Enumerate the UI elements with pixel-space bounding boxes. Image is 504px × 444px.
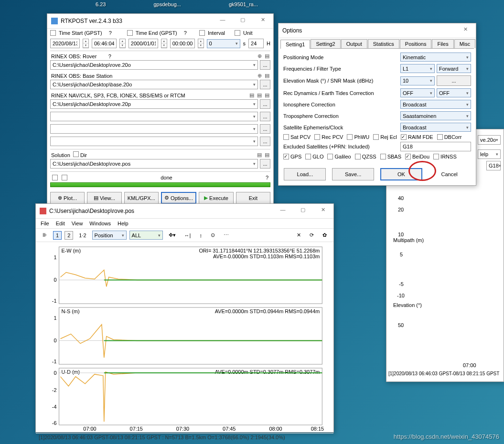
plot-area[interactable]: E-W (m) ORI= 31.171184401°N 121.39315335…	[36, 242, 333, 433]
gear-icon[interactable]: ⊕	[257, 53, 262, 59]
list-icon[interactable]: ▤	[265, 92, 269, 98]
save-button[interactable]: Save...	[332, 168, 374, 180]
move-icon[interactable]: ✥▾	[166, 231, 179, 240]
list-icon[interactable]: ▤	[257, 152, 262, 158]
gal-checkbox[interactable]	[327, 154, 333, 159]
browse-button[interactable]: ...	[260, 137, 270, 146]
elev-select[interactable]: 10▾	[400, 76, 435, 85]
browse-button[interactable]: ...	[260, 124, 270, 134]
close-icon[interactable]: ✕	[256, 17, 269, 25]
fit-v-icon[interactable]: ↕	[196, 231, 205, 240]
help[interactable]: ?	[184, 30, 187, 36]
close-icon[interactable]: ✕	[316, 207, 330, 215]
menu-help[interactable]: Help	[118, 221, 129, 226]
unit-checkbox[interactable]	[235, 30, 240, 36]
satpcv-checkbox[interactable]	[283, 134, 289, 140]
execute-button[interactable]: ▶Execute	[199, 192, 233, 204]
taskbar-item[interactable]: gpsdebug...	[153, 1, 181, 7]
bg-combo[interactable]: ve.20o▾	[478, 135, 501, 145]
rejecl-checkbox[interactable]	[373, 134, 379, 140]
spinner[interactable]: ▲▼	[119, 39, 126, 48]
kml-button[interactable]: KML/GPX...	[124, 192, 159, 204]
menu-view[interactable]: View	[72, 221, 83, 226]
positioning-mode-select[interactable]: Kinematic▾	[400, 53, 471, 62]
eph-select[interactable]: Broadcast▾	[400, 123, 471, 132]
spinner[interactable]: ▲▼	[198, 39, 204, 48]
filter-select[interactable]: Forward▾	[437, 64, 471, 73]
plot-type-select[interactable]: Position ▾	[92, 231, 127, 240]
tab-output[interactable]: Output	[341, 39, 367, 48]
bds-checkbox[interactable]	[405, 154, 411, 159]
snr-button[interactable]: ...	[437, 75, 471, 86]
interval-checkbox[interactable]	[199, 30, 205, 36]
taskbar-item[interactable]: gk9501_ra...	[229, 1, 258, 7]
qzss-checkbox[interactable]	[355, 154, 361, 159]
phwu-checkbox[interactable]	[347, 134, 353, 140]
end-time-input[interactable]	[170, 39, 195, 48]
dbcorr-checkbox[interactable]	[437, 134, 443, 140]
taskbar-item[interactable]: 6.23	[96, 1, 106, 7]
gps-checkbox[interactable]	[283, 154, 289, 159]
nav-path-combo-2[interactable]: ▾	[50, 112, 258, 121]
connect-icon[interactable]: ⊪	[40, 231, 50, 240]
tab-setting1[interactable]: Setting1	[280, 40, 310, 49]
freq-select[interactable]: L1▾	[400, 64, 435, 73]
dots-icon[interactable]: ⋯	[221, 231, 232, 240]
glo-checkbox[interactable]	[305, 154, 311, 159]
list-icon[interactable]: ▤	[265, 73, 269, 79]
menu-windows[interactable]: Windows	[89, 221, 111, 226]
rec-select[interactable]: OFF▾	[400, 88, 435, 97]
tab-setting2[interactable]: Setting2	[311, 39, 340, 48]
minimize-icon[interactable]: —	[216, 17, 229, 25]
ok-button[interactable]: OK	[380, 168, 422, 180]
tropo-select[interactable]: Saastamoinen▾	[400, 111, 471, 120]
nav-path-combo[interactable]: C:\Users\jichao\Desktop\rove.20p▾	[50, 99, 258, 109]
menu-edit[interactable]: Edit	[56, 221, 65, 226]
tides-select[interactable]: OFF▾	[437, 88, 471, 97]
gear-icon[interactable]: ⊕	[257, 73, 262, 79]
raim-checkbox[interactable]	[401, 134, 407, 140]
cancel-button[interactable]: Cancel	[429, 168, 471, 180]
interval-value[interactable]: 0▾	[207, 39, 240, 48]
sol2-button[interactable]: 2	[64, 231, 73, 240]
clear-icon[interactable]: ✕	[294, 231, 304, 240]
center-icon[interactable]: ⊙	[208, 231, 218, 240]
time-start-checkbox[interactable]	[50, 30, 56, 36]
help[interactable]: ?	[266, 175, 268, 180]
dir-checkbox[interactable]	[73, 151, 79, 157]
maximize-icon[interactable]: ▢	[296, 207, 310, 215]
bg-combo[interactable]: G18▾	[486, 161, 501, 170]
sol1-button[interactable]: 1	[53, 231, 62, 240]
tab-positions[interactable]: Positions	[400, 39, 432, 48]
time-end-checkbox[interactable]	[127, 30, 133, 36]
solution-path-combo[interactable]: C:\Users\jichao\Desktop\rove.pos▾	[50, 159, 258, 169]
view-button[interactable]: ▤View...	[87, 192, 121, 204]
help[interactable]: ?	[109, 30, 112, 36]
browse-button[interactable]: ...	[260, 112, 270, 121]
spinner[interactable]: ▲▼	[161, 39, 167, 48]
status-check-2[interactable]	[62, 175, 67, 180]
load-button[interactable]: Load...	[284, 168, 326, 180]
list-icon[interactable]: ▤	[257, 92, 262, 98]
reload-icon[interactable]: ⟳	[307, 231, 317, 240]
end-date-input[interactable]	[129, 39, 158, 48]
plot-button[interactable]: ⊕Plot...	[50, 192, 85, 204]
config-icon[interactable]: ✿	[320, 231, 330, 240]
help[interactable]: ?	[108, 53, 111, 59]
excluded-input[interactable]	[400, 142, 471, 151]
sbas-checkbox[interactable]	[380, 154, 386, 159]
sol12-button[interactable]: 1·2	[76, 231, 89, 240]
irnss-checkbox[interactable]	[433, 154, 439, 159]
list-icon[interactable]: ▤	[265, 53, 269, 59]
status-check-1[interactable]	[52, 175, 58, 180]
maximize-icon[interactable]: ▢	[236, 17, 249, 25]
list-icon[interactable]: ▤	[249, 92, 254, 98]
minimize-icon[interactable]: —	[276, 207, 290, 215]
list-icon[interactable]: ▤	[265, 152, 269, 158]
browse-button[interactable]: ...	[260, 159, 270, 169]
nav-path-combo-4[interactable]: ▾	[50, 137, 258, 146]
iono-select[interactable]: Broadcast▾	[400, 100, 471, 109]
browse-button[interactable]: ...	[260, 99, 270, 109]
unit-value[interactable]	[248, 39, 264, 48]
rover-path-combo[interactable]: C:\Users\jichao\Desktop\rove.20o▾	[50, 60, 258, 70]
